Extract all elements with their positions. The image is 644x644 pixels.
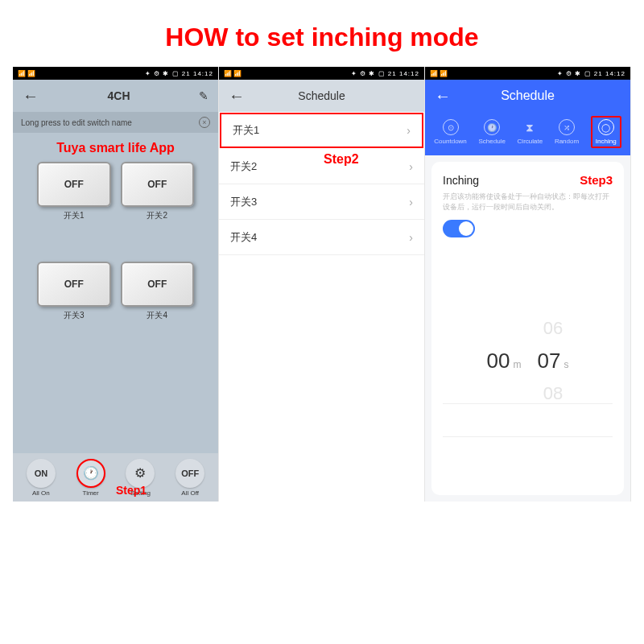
status-left: 📶 📶 [224, 70, 242, 77]
close-icon[interactable]: × [199, 117, 210, 128]
switch-1-label: 开关1 [37, 207, 111, 221]
hint-bar: Long press to edit switch name × [13, 112, 218, 133]
hint-text: Long press to edit switch name [21, 118, 132, 127]
phone-2: 📶 📶 ✦ ⚙ ✱ ▢ 21 14:12 ← Schedule 开关1› 开关2… [219, 67, 425, 502]
app-header: ← 4CH ✎ [13, 80, 218, 112]
timer-button[interactable]: 🕐 Timer [76, 459, 105, 497]
countdown-icon: ⊙ [443, 119, 459, 135]
switch-3-label: 开关3 [37, 307, 111, 321]
tab-schedule[interactable]: 🕐 Schedule [479, 119, 506, 145]
clock-icon: 🕐 [484, 119, 500, 135]
switch-2-button[interactable]: OFF [121, 162, 195, 207]
inching-toggle[interactable] [443, 220, 475, 237]
list-item-3[interactable]: 开关3› [219, 184, 424, 220]
sec-below: 08 [543, 383, 563, 404]
seconds-value: 07 [538, 349, 561, 374]
phone-3: 📶 📶 ✦ ⚙ ✱ ▢ 21 14:12 ← Schedule ⊙ Countd… [425, 67, 631, 502]
edit-icon[interactable]: ✎ [199, 89, 208, 102]
card-title: Inching [443, 174, 479, 187]
header-title: Schedule [298, 89, 345, 102]
list-item-2[interactable]: 开关2› [219, 149, 424, 184]
minutes-unit: m [514, 359, 522, 370]
status-bar: 📶 📶 ✦ ⚙ ✱ ▢ 21 14:12 [219, 67, 424, 80]
clock-icon: 🕐 [76, 459, 105, 488]
tab-inching[interactable]: ◯ Inching [591, 116, 621, 148]
minutes-value: 00 [487, 349, 510, 374]
chevron-right-icon: › [407, 124, 411, 137]
inching-card: Inching Step3 开启该功能将使设备处于一种自动状态：即每次打开设备后… [431, 162, 624, 495]
status-bar: 📶 📶 ✦ ⚙ ✱ ▢ 21 14:12 [425, 67, 630, 80]
switch-4-label: 开关4 [121, 307, 195, 321]
random-icon: ⤮ [559, 119, 575, 135]
list-item-1[interactable]: 开关1› [220, 113, 423, 148]
switch-3-button[interactable]: OFF [37, 262, 111, 307]
all-on-button[interactable]: ON All On [27, 459, 56, 497]
list-item-4[interactable]: 开关4› [219, 220, 424, 255]
step1-annotation: Step1 [116, 484, 147, 497]
app-header: ← Schedule [425, 80, 630, 112]
time-picker[interactable]: 00 m 06 07 s 08 [443, 318, 613, 404]
status-right: ✦ ⚙ ✱ ▢ 21 14:12 [557, 70, 625, 77]
tabs: ⊙ Countdown 🕐 Schedule ⧗ Circulate ⤮ Ran… [425, 112, 630, 155]
switch-1-button[interactable]: OFF [37, 162, 111, 207]
header-title: Schedule [501, 89, 555, 103]
step2-annotation: Step2 [324, 152, 359, 167]
hourglass-icon: ⧗ [522, 119, 538, 135]
phone-1: 📶 📶 ✦ ⚙ ✱ ▢ 21 14:12 ← 4CH ✎ Long press … [13, 67, 219, 502]
chevron-right-icon: › [409, 196, 413, 208]
tab-circulate[interactable]: ⧗ Circulate [518, 119, 543, 145]
inching-icon: ◯ [598, 119, 614, 135]
tab-random[interactable]: ⤮ Random [555, 119, 579, 145]
status-right: ✦ ⚙ ✱ ▢ 21 14:12 [145, 70, 213, 77]
sec-above: 06 [543, 318, 563, 339]
all-off-button[interactable]: OFF All Off [175, 459, 204, 497]
page-title: HOW to set inching mode [0, 0, 644, 67]
back-icon[interactable]: ← [435, 87, 451, 105]
chevron-right-icon: › [409, 160, 413, 173]
seconds-unit: s [564, 359, 568, 370]
header-title: 4CH [107, 89, 130, 102]
status-left: 📶 📶 [18, 70, 35, 77]
switch-2-label: 开关2 [121, 207, 195, 221]
status-right: ✦ ⚙ ✱ ▢ 21 14:12 [351, 70, 419, 77]
back-icon[interactable]: ← [23, 87, 39, 105]
status-bar: 📶 📶 ✦ ⚙ ✱ ▢ 21 14:12 [13, 67, 218, 80]
tab-countdown[interactable]: ⊙ Countdown [434, 119, 466, 145]
step3-annotation: Step3 [580, 173, 613, 187]
app-label: Tuya smart life App [13, 133, 218, 162]
switch-4-button[interactable]: OFF [121, 262, 195, 307]
status-left: 📶 📶 [430, 70, 448, 77]
chevron-right-icon: › [409, 231, 413, 244]
back-icon[interactable]: ← [229, 87, 245, 105]
card-description: 开启该功能将使设备处于一种自动状态：即每次打开设备后，运行一段时间后自动关闭。 [443, 192, 613, 212]
app-header: ← Schedule [219, 80, 424, 112]
